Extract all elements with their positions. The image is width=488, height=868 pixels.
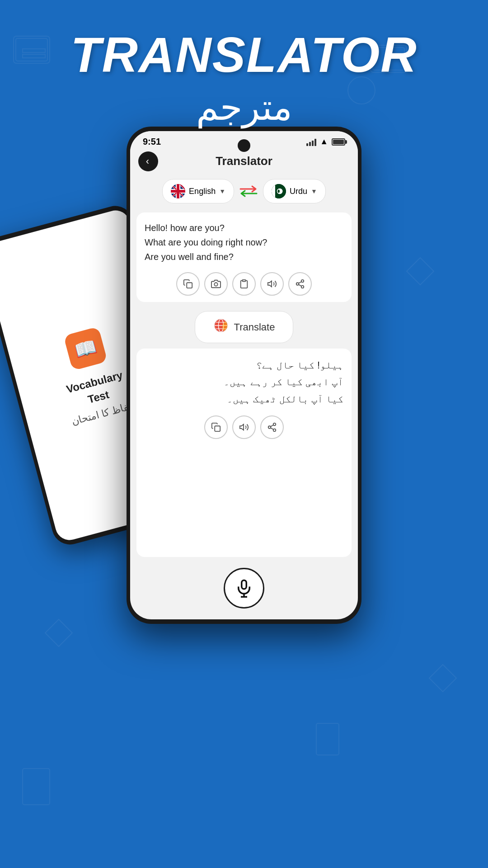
translate-button[interactable]: Translate [195, 311, 294, 343]
share-input-button[interactable] [288, 272, 312, 296]
svg-line-42 [271, 428, 273, 430]
translate-label: Translate [234, 321, 275, 333]
back-arrow-icon: ‹ [146, 156, 149, 167]
speak-output-button[interactable] [232, 415, 256, 439]
speak-input-button[interactable] [260, 272, 284, 296]
target-lang-dropdown-icon: ▼ [311, 188, 317, 195]
svg-rect-37 [215, 426, 220, 431]
svg-point-39 [273, 423, 276, 426]
svg-point-40 [268, 426, 271, 429]
svg-rect-24 [242, 280, 245, 282]
svg-rect-44 [242, 580, 247, 589]
svg-rect-12 [316, 723, 339, 755]
swap-languages-button[interactable] [239, 181, 258, 201]
status-icons: ▲ [306, 137, 345, 146]
svg-point-28 [301, 286, 304, 288]
app-subtitle: مترجم [0, 86, 488, 128]
svg-line-29 [299, 284, 301, 286]
svg-marker-38 [240, 425, 244, 430]
wifi-icon: ▲ [320, 137, 328, 146]
target-lang-label: Urdu [290, 187, 307, 196]
input-actions [145, 272, 343, 296]
source-lang-dropdown-icon: ▼ [219, 188, 225, 195]
share-output-button[interactable] [260, 415, 284, 439]
swap-icon [239, 184, 258, 198]
mic-area [130, 561, 358, 619]
source-language-button[interactable]: English ▼ [162, 179, 234, 203]
source-lang-label: English [189, 187, 216, 196]
target-language-button[interactable]: Urdu ▼ [263, 179, 326, 203]
input-text: Hello! how are you? What are you doing r… [145, 221, 343, 264]
microphone-icon [235, 579, 253, 598]
translate-globe-icon [213, 318, 229, 336]
main-phone: 9:51 ▲ ‹ Tra [127, 127, 361, 624]
svg-line-43 [271, 425, 273, 427]
svg-rect-22 [187, 283, 192, 288]
language-selector: English ▼ [130, 175, 358, 208]
svg-marker-9 [429, 665, 456, 692]
svg-point-26 [301, 280, 304, 283]
copy-output-button[interactable] [204, 415, 228, 439]
output-area: ہیلو! کیا حال ہے؟ آپ ابھی کیا کر رہے ہیں… [136, 349, 352, 557]
app-bar-title: Translator [216, 154, 272, 168]
back-button[interactable]: ‹ [138, 151, 158, 171]
pakistan-flag-icon [272, 184, 286, 198]
svg-point-27 [296, 283, 299, 285]
input-area: Hello! how are you? What are you doing r… [136, 212, 352, 302]
microphone-button[interactable] [224, 568, 264, 609]
svg-line-30 [299, 282, 301, 283]
copy-input-button[interactable] [176, 272, 200, 296]
svg-rect-13 [23, 769, 50, 805]
uk-flag-icon [171, 184, 185, 198]
translate-btn-container: Translate [130, 307, 358, 347]
battery-icon [332, 138, 345, 146]
paste-button[interactable] [232, 272, 256, 296]
camera-notch [238, 139, 250, 152]
svg-point-23 [214, 283, 217, 286]
status-time: 9:51 [143, 137, 161, 147]
svg-marker-25 [268, 281, 272, 287]
signal-icon [306, 138, 316, 146]
output-actions [145, 415, 343, 439]
svg-point-41 [273, 429, 276, 432]
camera-button[interactable] [204, 272, 228, 296]
app-bar: ‹ Translator [130, 150, 358, 175]
vocab-icon: 📖 [63, 326, 108, 371]
app-title: TRANSLATOR [0, 27, 488, 82]
svg-rect-17 [272, 184, 275, 198]
output-text: ہیلو! کیا حال ہے؟ آپ ابھی کیا کر رہے ہیں… [145, 357, 343, 407]
